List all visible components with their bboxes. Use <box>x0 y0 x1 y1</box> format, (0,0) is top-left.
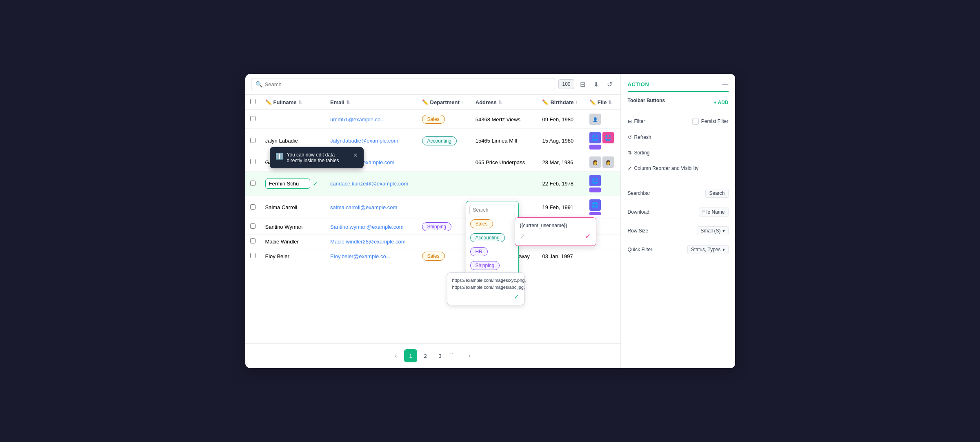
cell-fullname-8[interactable]: Eloy Beier <box>260 248 326 264</box>
refresh-button[interactable]: ↺ <box>604 79 615 90</box>
dept-badge-hr: HR <box>470 247 488 256</box>
cell-email-5: salma.carroll@example.com <box>325 196 417 219</box>
row-size-value: Small (S) <box>700 228 720 234</box>
header-address[interactable]: Address ⇅ <box>471 95 538 110</box>
cell-file-3: 👩 👩 <box>584 153 620 172</box>
info-icon: ℹ️ <box>276 152 284 160</box>
edit-icon-birthdate: ✏️ <box>542 99 549 105</box>
sort-icon-file[interactable]: ⇅ <box>608 100 612 105</box>
download-button[interactable]: ⬇ <box>591 79 601 90</box>
dept-option-accounting[interactable]: Accounting <box>469 232 515 244</box>
email-link-4[interactable]: candace.kunze@@example.com <box>330 181 408 187</box>
refresh-row: ↺ Refresh <box>628 134 729 140</box>
cell-file-5: 🌐 <box>584 196 620 219</box>
cell-dept-8[interactable]: Sales <box>417 248 471 264</box>
fullname-confirm-btn-4[interactable]: ✓ <box>313 180 318 188</box>
sort-icon-email[interactable]: ⇅ <box>346 100 350 105</box>
prev-page-button[interactable]: ‹ <box>389 349 402 362</box>
row-size-label: Row Size <box>628 228 649 234</box>
pagination: ‹ 1 2 3 … › <box>245 343 620 368</box>
cell-fullname-7[interactable]: Macie Windler <box>260 235 326 248</box>
page-button-1[interactable]: 1 <box>404 349 417 362</box>
add-button[interactable]: + ADD <box>714 100 729 105</box>
page-button-2[interactable]: 2 <box>419 349 432 362</box>
row-checkbox-1[interactable] <box>250 116 256 121</box>
cell-fullname-6[interactable]: Santino Wyman <box>260 219 326 235</box>
address-confirm-button[interactable]: ✓ <box>585 232 591 241</box>
persist-filter-checkbox[interactable] <box>692 118 699 125</box>
select-all-checkbox[interactable] <box>250 99 256 104</box>
expand-icon[interactable]: ⤢ <box>520 233 525 239</box>
cell-dept-1[interactable]: Sales <box>417 110 471 129</box>
cell-fullname-4[interactable]: ✓ <box>260 172 326 196</box>
row-checkbox-5[interactable] <box>250 204 256 210</box>
email-link-5[interactable]: salma.carroll@example.com <box>330 204 397 210</box>
email-link-8[interactable]: Eloy.beier@example.co... <box>330 253 390 259</box>
sort-icon-fullname[interactable]: ⇅ <box>298 100 302 105</box>
header-birthdate[interactable]: ✏️ Birthdate ↑ <box>537 95 584 110</box>
chevron-down-icon-2: ▾ <box>722 247 725 252</box>
badge-sales-8: Sales <box>422 252 445 261</box>
email-link-2[interactable]: Jalyn.labadie@example.com <box>330 138 398 144</box>
email-link-6[interactable]: Santino.wyman@example.com <box>330 224 403 230</box>
dept-search-input[interactable] <box>469 205 515 215</box>
refresh-label: ↺ Refresh <box>628 134 651 140</box>
cell-file-1: 👤 <box>584 110 620 129</box>
dept-option-shipping[interactable]: Shipping <box>469 259 515 272</box>
action-close-button[interactable]: — <box>722 80 729 88</box>
sorting-row: ⇅ Sorting <box>628 150 729 156</box>
fullname-edit-input-4[interactable] <box>265 179 310 189</box>
file-tooltip-confirm-button[interactable]: ✓ <box>514 293 519 301</box>
row-checkbox-3[interactable] <box>250 159 256 164</box>
dept-option-hr[interactable]: HR <box>469 246 515 258</box>
filter-button[interactable]: ⊟ <box>578 79 588 90</box>
row-checkbox-4[interactable] <box>250 181 256 186</box>
filter-icon: ⊟ <box>628 118 632 124</box>
dept-badge-accounting: Accounting <box>470 233 505 242</box>
next-page-button[interactable]: › <box>463 349 476 362</box>
action-panel: ACTION — Toolbar Buttons + ADD ⊟ Filter … <box>621 74 735 368</box>
email-link-7[interactable]: Macie.windler28@example.com <box>330 239 405 245</box>
cell-dept-3[interactable] <box>417 153 471 172</box>
header-department-label: Department <box>430 99 460 105</box>
info-tooltip-close[interactable]: ✕ <box>353 152 358 158</box>
row-checkbox-7[interactable] <box>250 238 256 243</box>
avatar-1: 👤 <box>589 114 601 125</box>
cell-fullname-5[interactable]: Salma Carroll <box>260 196 326 219</box>
file-globe-pink-2: 🌐 <box>602 132 614 143</box>
header-fullname[interactable]: ✏️ Fullname ⇅ <box>260 95 326 110</box>
dept-option-sales[interactable]: Sales <box>469 218 515 230</box>
cell-fullname-1[interactable] <box>260 110 326 129</box>
pagination-ellipsis: … <box>448 349 461 362</box>
header-file[interactable]: ✏️ File ⇅ <box>584 95 620 110</box>
email-link-1[interactable]: umm51@example.co... <box>330 116 385 123</box>
sort-icon-department[interactable]: ↑ <box>461 100 464 105</box>
cell-dept-5[interactable] <box>417 196 471 219</box>
row-checkbox-8[interactable] <box>250 253 256 258</box>
download-label: Download <box>628 209 649 215</box>
cell-dept-6[interactable]: Shipping <box>417 219 471 235</box>
cell-file-4: 🌐 <box>584 172 620 196</box>
cell-dept-7[interactable] <box>417 235 471 248</box>
search-input[interactable] <box>265 81 551 87</box>
cell-dept-2[interactable]: Accounting <box>417 129 471 153</box>
page-button-3[interactable]: 3 <box>433 349 447 362</box>
row-checkbox-6[interactable] <box>250 223 256 229</box>
quick-filter-select[interactable]: Status, Types ▾ <box>687 245 729 254</box>
toolbar-buttons-label: Toolbar Buttons <box>628 98 665 103</box>
header-department[interactable]: ✏️ Department ↑ <box>417 95 471 110</box>
sort-icon-birthdate[interactable]: ↑ <box>576 100 578 105</box>
chevron-down-icon: ▾ <box>722 228 725 234</box>
search-input-wrap[interactable]: 🔍 <box>251 78 556 90</box>
table-header-row: ✏️ Fullname ⇅ Email ⇅ <box>245 95 620 110</box>
cell-birthdate-5: 19 Feb, 1991 <box>537 196 584 219</box>
sort-icon-address[interactable]: ⇅ <box>498 100 502 105</box>
dept-badge-sales: Sales <box>470 219 493 228</box>
cell-dept-4[interactable] <box>417 172 471 196</box>
table-row: umm51@example.co... Sales 54368 Mertz Vi… <box>245 110 620 129</box>
row-size-select[interactable]: Small (S) ▾ <box>697 226 728 235</box>
header-email[interactable]: Email ⇅ <box>325 95 417 110</box>
row-checkbox-2[interactable] <box>250 138 256 143</box>
cell-file-2: 🌐 🌐 <box>584 129 620 153</box>
cell-address-3: 065 Price Underpass <box>471 153 538 172</box>
